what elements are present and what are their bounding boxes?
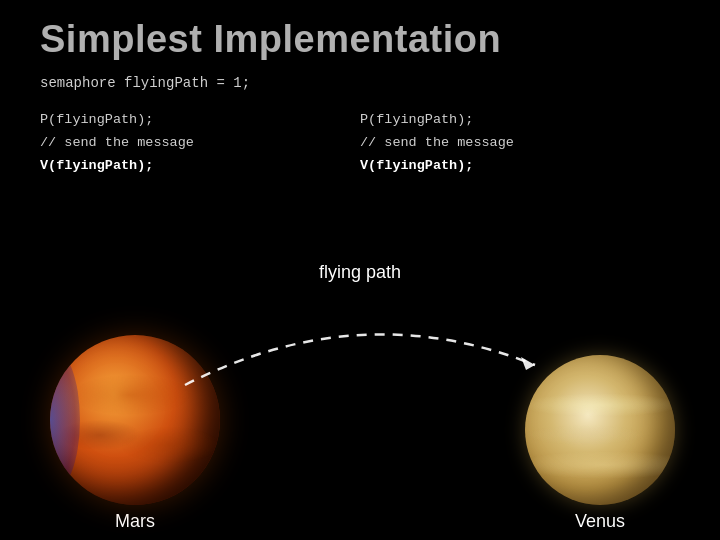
slide: Simplest Implementation semaphore flying…: [0, 0, 720, 540]
left-line-2: // send the message: [40, 132, 360, 155]
mars-container: Mars: [20, 300, 250, 540]
left-line-3: V(flyingPath);: [40, 155, 360, 178]
right-line-2: // send the message: [360, 132, 680, 155]
venus-container: Venus: [500, 300, 700, 540]
right-line-3: V(flyingPath);: [360, 155, 680, 178]
slide-title: Simplest Implementation: [0, 0, 720, 71]
mars-label: Mars: [115, 511, 155, 532]
venus-label: Venus: [575, 511, 625, 532]
flying-path-label: flying path: [319, 262, 401, 282]
venus-planet: [525, 355, 675, 505]
right-code-block: P(flyingPath); // send the message V(fly…: [360, 109, 680, 178]
left-code-block: P(flyingPath); // send the message V(fly…: [40, 109, 360, 178]
left-line-1: P(flyingPath);: [40, 109, 360, 132]
code-columns: P(flyingPath); // send the message V(fly…: [0, 109, 720, 178]
mars-planet: [50, 335, 220, 505]
semaphore-declaration: semaphore flyingPath = 1;: [0, 71, 720, 109]
venus-surface-texture: [525, 355, 675, 505]
right-line-1: P(flyingPath);: [360, 109, 680, 132]
